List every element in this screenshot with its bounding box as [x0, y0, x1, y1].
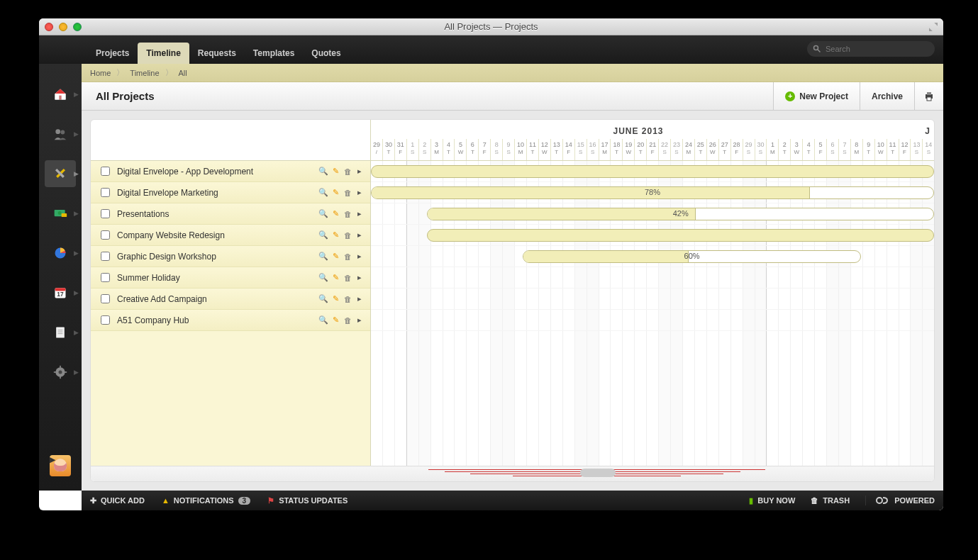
project-checkbox[interactable]	[101, 209, 110, 218]
play-icon[interactable]: ▸	[355, 167, 365, 177]
edit-icon[interactable]: ✎	[330, 230, 340, 240]
tab-quotes[interactable]: Quotes	[303, 43, 349, 64]
gantt-bar[interactable]	[427, 229, 934, 242]
play-icon[interactable]: ▸	[355, 252, 365, 262]
window-minimize-button[interactable]	[59, 23, 67, 31]
delete-icon[interactable]: 🗑	[343, 294, 352, 304]
play-icon[interactable]: ▸	[355, 273, 365, 283]
sidebar-item-people[interactable]: ▶	[45, 121, 76, 147]
sidebar-item-reports[interactable]: ▶	[45, 240, 76, 267]
day-column: 13S	[910, 139, 922, 160]
sidebar-item-home[interactable]: ▶	[45, 81, 76, 108]
delete-icon[interactable]: 🗑	[343, 209, 352, 219]
edit-icon[interactable]: ✎	[330, 315, 340, 325]
notifications-button[interactable]: ▲NOTIFICATIONS3	[162, 496, 250, 505]
scroll-thumb[interactable]	[580, 469, 616, 477]
breadcrumb-timeline[interactable]: Timeline	[130, 69, 159, 77]
sidebar-item-documents[interactable]: ▶	[45, 319, 76, 346]
print-button[interactable]	[914, 82, 943, 110]
edit-icon[interactable]: ✎	[330, 209, 340, 219]
project-name: Summer Holiday	[117, 273, 180, 283]
edit-icon[interactable]: ✎	[330, 252, 340, 262]
tab-templates[interactable]: Templates	[245, 43, 303, 64]
zoom-icon[interactable]: 🔍	[318, 230, 328, 240]
sidebar-item-tools[interactable]: ▶	[45, 160, 76, 187]
project-row[interactable]: Summer Holiday🔍✎🗑▸	[91, 267, 370, 289]
gantt-bar[interactable]: 78%	[371, 186, 934, 199]
project-checkbox[interactable]	[101, 167, 110, 176]
zoom-icon[interactable]: 🔍	[318, 167, 328, 177]
project-checkbox[interactable]	[101, 230, 110, 240]
tab-requests[interactable]: Requests	[189, 43, 245, 64]
day-column: 16S	[587, 139, 599, 160]
gantt-area[interactable]: 78%42%60%	[371, 161, 934, 466]
play-icon[interactable]: ▸	[355, 294, 365, 304]
delete-icon[interactable]: 🗑	[343, 167, 352, 177]
zoom-icon[interactable]: 🔍	[318, 273, 328, 283]
project-checkbox[interactable]	[101, 294, 110, 303]
user-avatar[interactable]: ▶	[50, 455, 71, 476]
breadcrumb-all[interactable]: All	[179, 69, 187, 77]
sidebar-item-calendar[interactable]: 17▶	[45, 279, 76, 306]
play-icon[interactable]: ▸	[355, 209, 365, 219]
progress-label: 60%	[523, 252, 860, 260]
project-checkbox[interactable]	[101, 252, 110, 261]
project-row[interactable]: Digital Envelope - App Development🔍✎🗑▸	[91, 161, 370, 182]
gantt-bar[interactable]: 60%	[523, 250, 860, 263]
day-column: 7F	[478, 139, 490, 160]
delete-icon[interactable]: 🗑	[343, 188, 352, 198]
timeline-scroller[interactable]	[91, 466, 934, 481]
archive-button[interactable]: Archive	[860, 82, 914, 110]
delete-icon[interactable]: 🗑	[343, 273, 352, 283]
project-checkbox[interactable]	[101, 188, 110, 197]
breadcrumb-home[interactable]: Home	[90, 69, 111, 77]
sidebar-item-money[interactable]: ▶	[45, 200, 76, 227]
project-row[interactable]: Company Website Redesign🔍✎🗑▸	[91, 225, 370, 246]
project-checkbox[interactable]	[101, 273, 110, 282]
powered-label[interactable]: POWERED	[865, 495, 935, 505]
zoom-icon[interactable]: 🔍	[318, 252, 328, 262]
project-name: Digital Envelope - App Development	[117, 167, 253, 177]
play-icon[interactable]: ▸	[355, 188, 365, 198]
window-zoom-button[interactable]	[73, 23, 82, 31]
search-input[interactable]	[826, 45, 929, 53]
gantt-bar[interactable]: 42%	[427, 208, 934, 220]
svg-rect-3	[59, 96, 61, 100]
zoom-icon[interactable]: 🔍	[318, 188, 328, 198]
project-row[interactable]: Presentations🔍✎🗑▸	[91, 203, 370, 225]
play-icon[interactable]: ▸	[355, 315, 365, 325]
status-updates-button[interactable]: ⚑STATUS UPDATES	[267, 496, 348, 505]
delete-icon[interactable]: 🗑	[343, 230, 352, 240]
search-field[interactable]	[807, 41, 935, 57]
play-icon[interactable]: ▸	[355, 230, 365, 240]
status-bar: ✚QUICK ADD ▲NOTIFICATIONS3 ⚑STATUS UPDAT…	[82, 491, 943, 510]
new-project-button[interactable]: + New Project	[773, 82, 860, 110]
zoom-icon[interactable]: 🔍	[318, 209, 328, 219]
project-row[interactable]: A51 Company Hub🔍✎🗑▸	[91, 310, 370, 331]
tab-timeline[interactable]: Timeline	[138, 43, 189, 64]
edit-icon[interactable]: ✎	[330, 167, 340, 177]
chevron-right-icon: 〉	[165, 67, 173, 78]
zoom-icon[interactable]: 🔍	[318, 315, 328, 325]
quick-add-button[interactable]: ✚QUICK ADD	[90, 496, 145, 505]
svg-point-28	[877, 498, 882, 503]
zoom-icon[interactable]: 🔍	[318, 294, 328, 304]
day-column: 29S	[743, 139, 755, 160]
delete-icon[interactable]: 🗑	[343, 252, 352, 262]
edit-icon[interactable]: ✎	[330, 273, 340, 283]
edit-icon[interactable]: ✎	[330, 188, 340, 198]
tab-projects[interactable]: Projects	[87, 43, 138, 64]
trash-button[interactable]: 🗑TRASH	[811, 496, 850, 505]
project-row[interactable]: Digital Envelope Marketing🔍✎🗑▸	[91, 182, 370, 203]
edit-icon[interactable]: ✎	[330, 294, 340, 304]
breadcrumb: Home 〉 Timeline 〉 All	[82, 64, 943, 82]
sidebar-item-settings[interactable]: ▶	[45, 359, 76, 386]
window-fullscreen-icon[interactable]	[929, 23, 938, 31]
project-row[interactable]: Graphic Design Workshop🔍✎🗑▸	[91, 246, 370, 267]
gantt-bar[interactable]	[371, 165, 934, 178]
project-row[interactable]: Creative Add Campaign🔍✎🗑▸	[91, 289, 370, 310]
delete-icon[interactable]: 🗑	[343, 315, 352, 325]
window-close-button[interactable]	[45, 23, 53, 31]
buy-now-button[interactable]: ▮BUY NOW	[749, 496, 795, 505]
project-checkbox[interactable]	[101, 315, 110, 325]
